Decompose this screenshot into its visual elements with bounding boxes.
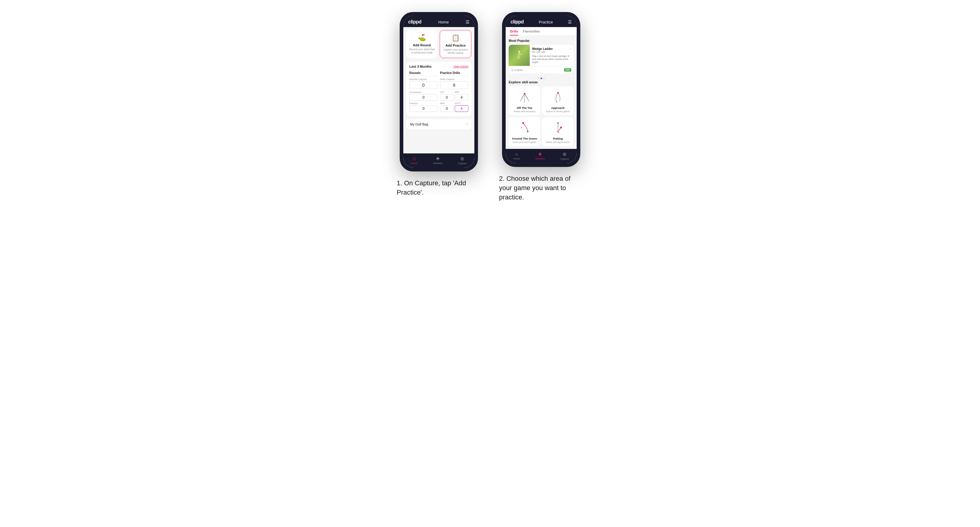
svg-line-4 xyxy=(519,54,522,55)
app-header-2: clippd Practice ☰ xyxy=(506,16,577,27)
header-title-2: Practice xyxy=(539,20,553,24)
hamburger-icon-2[interactable]: ☰ xyxy=(568,19,572,24)
ott-desc: Power and accuracy xyxy=(514,110,535,113)
activities-label-2: Activities xyxy=(535,157,545,160)
skill-grid: Off The Tee Power and accuracy xyxy=(509,86,574,146)
svg-line-9 xyxy=(522,94,525,98)
add-round-title: Add Round xyxy=(413,43,431,47)
nav-activities-2[interactable]: ♣ Activities xyxy=(535,151,545,160)
tab-drills[interactable]: Drills xyxy=(510,30,518,35)
svg-point-14 xyxy=(527,130,528,132)
skill-card-approach[interactable]: Approach Dial-in to hit the green xyxy=(542,86,574,115)
featured-card-info: Wedge Ladder 50–100 yds ☆ Play 1 shot at… xyxy=(532,45,574,66)
golf-bag-label: My Golf Bag xyxy=(410,122,428,126)
drills-capture-label: Drills Capture xyxy=(440,78,468,81)
nav-home-1[interactable]: ⌂ Home xyxy=(411,156,417,165)
phone-shell-1: clippd Home ☰ ⛳ Add Round Record your sh… xyxy=(400,12,478,171)
tournament-label: Tournament xyxy=(409,91,438,94)
approach-icon-area xyxy=(550,89,566,105)
featured-card-top: Wedge Ladder 50–100 yds ☆ xyxy=(532,47,571,55)
home-label-2: Home xyxy=(514,157,520,160)
practice-tabs: Drills Favourites xyxy=(506,27,577,36)
stats-period-title: Last 3 Months xyxy=(409,65,432,68)
featured-card-inner: Wedge Ladder 50–100 yds ☆ Play 1 shot at… xyxy=(509,45,574,66)
svg-point-0 xyxy=(518,51,520,52)
approach-name: Approach xyxy=(551,106,564,110)
rounds-capture-value: 0 xyxy=(409,81,438,89)
activities-icon-1: ♣ xyxy=(436,156,439,161)
star-icon[interactable]: ☆ xyxy=(568,47,571,51)
clock-icon: ◷ xyxy=(511,68,514,71)
chevron-right-icon: › xyxy=(466,122,468,126)
app-label: APP xyxy=(455,91,468,94)
most-popular-title: Most Popular xyxy=(509,39,574,43)
drill-name-range: Wedge Ladder 50–100 yds xyxy=(532,47,553,55)
add-round-desc: Record your shots fast or enhanced mode xyxy=(409,48,435,54)
phone-shell-2: clippd Practice ☰ Drills Favourites Most… xyxy=(502,12,580,167)
add-round-card[interactable]: ⛳ Add Round Record your shots fast or en… xyxy=(406,30,438,58)
nav-activities-1[interactable]: ♣ Activities xyxy=(433,156,443,165)
dot-2 xyxy=(541,78,542,79)
home-label-1: Home xyxy=(411,162,417,165)
putting-icon-area xyxy=(550,120,566,135)
rounds-capture-label: Rounds Capture xyxy=(409,78,438,81)
skill-card-atg[interactable]: Around The Green Hone your short game xyxy=(509,117,540,146)
golf-bag-row[interactable]: My Golf Bag › xyxy=(406,119,471,129)
caption-1: 1. On Capture, tap 'Add Practice'. xyxy=(397,179,481,197)
golf-img xyxy=(509,45,530,66)
ott-icon-area xyxy=(517,89,532,105)
practice-content: Most Popular xyxy=(506,36,577,149)
bottom-nav-2: ⌂ Home ♣ Activities ⊕ Capture xyxy=(506,149,577,163)
drill-name: Wedge Ladder xyxy=(532,47,553,51)
practice-value: 0 xyxy=(409,105,438,112)
ott-svg xyxy=(517,89,532,105)
arg-value: 0 xyxy=(440,105,453,112)
tab-favourites[interactable]: Favourites xyxy=(523,30,540,35)
arg-label: ARG xyxy=(440,102,453,105)
bottom-nav-1: ⌂ Home ♣ Activities ⊕ Capture xyxy=(403,153,474,168)
page-container: clippd Home ☰ ⛳ Add Round Record your sh… xyxy=(309,12,671,202)
svg-point-12 xyxy=(556,102,557,103)
skill-areas-title: Explore skill areas xyxy=(509,80,574,84)
svg-line-10 xyxy=(525,94,528,98)
arg-putt-row: ARG 0 PUTT 4 xyxy=(440,102,468,112)
ott-col: OTT 0 xyxy=(440,91,453,101)
atg-name: Around The Green xyxy=(512,137,537,140)
putting-svg xyxy=(550,120,566,135)
view-activity-link[interactable]: View Activity xyxy=(453,65,468,68)
nav-capture-2[interactable]: ⊕ Capture xyxy=(560,151,569,160)
practice-row: Practice 0 xyxy=(409,102,438,112)
drills-capture-value: 8 xyxy=(440,81,468,89)
capture-icon-2: ⊕ xyxy=(563,151,566,157)
hamburger-icon-1[interactable]: ☰ xyxy=(466,19,469,24)
featured-card[interactable]: Wedge Ladder 50–100 yds ☆ Play 1 shot at… xyxy=(509,45,574,73)
shots-label: ◷ 9 shots xyxy=(511,68,522,71)
putt-col: PUTT 4 xyxy=(455,102,468,112)
tournament-col: Tournament 0 xyxy=(409,91,438,101)
approach-desc: Dial-in to hit the green xyxy=(546,110,570,113)
practice-col: Practice 0 xyxy=(409,102,438,112)
drill-range: 50–100 yds xyxy=(532,51,553,54)
add-practice-card[interactable]: 📋 Add Practice Capture your practice off… xyxy=(440,30,471,58)
stats-header: Last 3 Months View Activity xyxy=(409,65,468,68)
phone-screen-2: clippd Practice ☰ Drills Favourites Most… xyxy=(506,16,577,163)
add-practice-title: Add Practice xyxy=(445,44,466,47)
svg-line-1 xyxy=(519,52,519,56)
putt-label: PUTT xyxy=(455,102,468,105)
skill-card-putting[interactable]: Putting Make and lag practice xyxy=(542,117,574,146)
ott-label: OTT xyxy=(440,91,453,94)
phone-section-1: clippd Home ☰ ⛳ Add Round Record your sh… xyxy=(397,12,481,197)
app-logo-1: clippd xyxy=(408,19,422,25)
drills-title: Practice Drills xyxy=(440,71,468,76)
nav-capture-1[interactable]: ⊕ Capture xyxy=(458,156,466,165)
tournament-practice-row: Tournament 0 xyxy=(409,91,438,101)
ott-value: 0 xyxy=(440,94,453,101)
activities-icon-2: ♣ xyxy=(538,151,542,157)
stats-section: Last 3 Months View Activity Rounds Round… xyxy=(406,62,471,116)
home-screen-body: ⛳ Add Round Record your shots fast or en… xyxy=(403,27,474,153)
nav-home-2[interactable]: ⌂ Home xyxy=(514,151,520,160)
svg-line-3 xyxy=(519,56,520,59)
dot-1 xyxy=(538,78,539,79)
skill-card-ott[interactable]: Off The Tee Power and accuracy xyxy=(509,86,540,115)
app-header-1: clippd Home ☰ xyxy=(403,16,474,27)
